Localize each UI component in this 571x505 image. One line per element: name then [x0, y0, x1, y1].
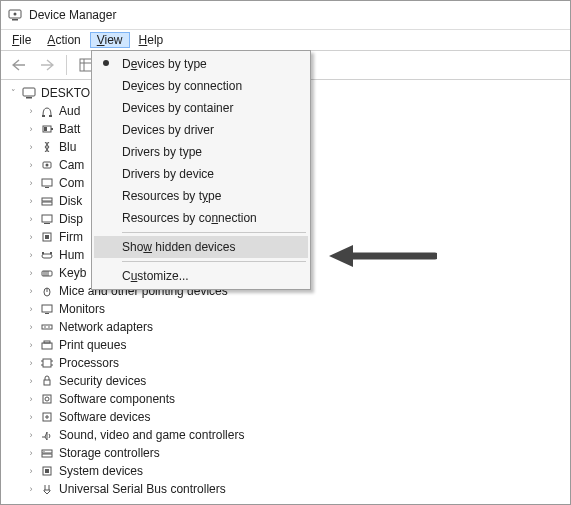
menu-resources-by-type[interactable]: Resources by type: [94, 185, 308, 207]
device-category-icon: [39, 355, 55, 371]
tree-item[interactable]: ›Print queues: [3, 336, 568, 354]
menu-devices-by-container[interactable]: Devices by container: [94, 97, 308, 119]
svg-rect-25: [42, 254, 52, 258]
toolbar-back-button[interactable]: [7, 53, 31, 77]
tree-item[interactable]: ›Software devices: [3, 408, 568, 426]
toolbar-forward-button[interactable]: [35, 53, 59, 77]
expand-icon[interactable]: ›: [25, 156, 37, 174]
expand-icon[interactable]: ›: [25, 372, 37, 390]
device-category-icon: [39, 139, 55, 155]
svg-rect-36: [42, 325, 52, 329]
menu-devices-by-connection[interactable]: Devices by connection: [94, 75, 308, 97]
tree-item-label: Batt: [59, 120, 80, 138]
menu-action[interactable]: Action: [40, 32, 87, 48]
device-category-icon: [39, 463, 55, 479]
menu-help[interactable]: Help: [132, 32, 171, 48]
tree-item-label: Keyb: [59, 264, 86, 282]
expand-icon[interactable]: ›: [25, 282, 37, 300]
device-category-icon: [39, 265, 55, 281]
expand-icon[interactable]: ›: [25, 120, 37, 138]
tree-item-label: Monitors: [59, 300, 105, 318]
tree-root-label: DESKTO: [41, 84, 90, 102]
expand-icon[interactable]: ›: [25, 444, 37, 462]
checked-icon: [103, 60, 109, 66]
svg-rect-24: [45, 235, 49, 239]
tree-item-label: Sound, video and game controllers: [59, 426, 244, 444]
expand-icon[interactable]: ›: [25, 354, 37, 372]
svg-point-16: [46, 164, 49, 167]
device-category-icon: [39, 121, 55, 137]
tree-item-label: Cam: [59, 156, 84, 174]
device-category-icon: [39, 337, 55, 353]
expand-icon[interactable]: ›: [25, 480, 37, 498]
svg-rect-13: [51, 128, 53, 130]
tree-item[interactable]: ›Security devices: [3, 372, 568, 390]
menu-drivers-by-type[interactable]: Drivers by type: [94, 141, 308, 163]
tree-item-label: Firm: [59, 228, 83, 246]
svg-rect-27: [50, 252, 52, 254]
menu-devices-by-type[interactable]: Devices by type: [94, 53, 308, 75]
tree-item-label: Network adapters: [59, 318, 153, 336]
tree-item-label: Disp: [59, 210, 83, 228]
menu-file[interactable]: File: [5, 32, 38, 48]
svg-rect-51: [42, 454, 52, 457]
svg-rect-46: [44, 380, 50, 385]
collapse-icon[interactable]: ˅: [7, 84, 19, 102]
svg-rect-41: [43, 359, 51, 367]
svg-point-52: [43, 451, 44, 452]
expand-icon[interactable]: ›: [25, 318, 37, 336]
expand-icon[interactable]: ›: [25, 102, 37, 120]
svg-point-38: [48, 326, 50, 328]
menu-show-hidden-devices[interactable]: Show hidden devices: [94, 236, 308, 258]
svg-rect-18: [45, 187, 49, 188]
expand-icon[interactable]: ›: [25, 210, 37, 228]
expand-icon[interactable]: ›: [25, 408, 37, 426]
tree-item[interactable]: ›Sound, video and game controllers: [3, 426, 568, 444]
expand-icon[interactable]: ›: [25, 174, 37, 192]
tree-item[interactable]: ›Processors: [3, 354, 568, 372]
expand-icon[interactable]: ›: [25, 300, 37, 318]
tree-item-label: Print queues: [59, 336, 126, 354]
tree-item-label: Disk: [59, 192, 82, 210]
svg-rect-10: [42, 115, 45, 117]
tree-item[interactable]: ›Network adapters: [3, 318, 568, 336]
app-icon: [7, 7, 23, 23]
menu-resources-by-connection[interactable]: Resources by connection: [94, 207, 308, 229]
expand-icon[interactable]: ›: [25, 264, 37, 282]
expand-icon[interactable]: ›: [25, 192, 37, 210]
tree-item[interactable]: ›Universal Serial Bus controllers: [3, 480, 568, 498]
tree-item[interactable]: ›System devices: [3, 462, 568, 480]
tree-item[interactable]: ›Software components: [3, 390, 568, 408]
device-category-icon: [39, 211, 55, 227]
tree-item-label: Security devices: [59, 372, 146, 390]
device-category-icon: [39, 391, 55, 407]
device-category-icon: [39, 301, 55, 317]
tree-item[interactable]: ›Storage controllers: [3, 444, 568, 462]
svg-rect-20: [42, 202, 52, 205]
svg-rect-54: [45, 469, 49, 473]
device-category-icon: [39, 409, 55, 425]
expand-icon[interactable]: ›: [25, 336, 37, 354]
svg-point-37: [44, 326, 46, 328]
expand-icon[interactable]: ›: [25, 138, 37, 156]
expand-icon[interactable]: ›: [25, 246, 37, 264]
tree-item[interactable]: ›Monitors: [3, 300, 568, 318]
svg-rect-21: [42, 215, 52, 222]
menu-customize[interactable]: Customize...: [94, 265, 308, 287]
view-dropdown-menu: Devices by type Devices by connection De…: [91, 50, 311, 290]
expand-icon[interactable]: ›: [25, 462, 37, 480]
expand-icon[interactable]: ›: [25, 228, 37, 246]
menu-drivers-by-device[interactable]: Drivers by device: [94, 163, 308, 185]
expand-icon[interactable]: ›: [25, 426, 37, 444]
menu-devices-by-driver[interactable]: Devices by driver: [94, 119, 308, 141]
device-manager-window: Device Manager File Action View Help ? ˅: [0, 0, 571, 505]
tree-item-label: Com: [59, 174, 84, 192]
device-category-icon: [39, 175, 55, 191]
menu-separator: [122, 261, 306, 262]
menu-view[interactable]: View: [90, 32, 130, 48]
device-category-icon: [39, 157, 55, 173]
tree-item-label: Software components: [59, 390, 175, 408]
tree-item-label: Storage controllers: [59, 444, 160, 462]
expand-icon[interactable]: ›: [25, 390, 37, 408]
device-category-icon: [39, 427, 55, 443]
